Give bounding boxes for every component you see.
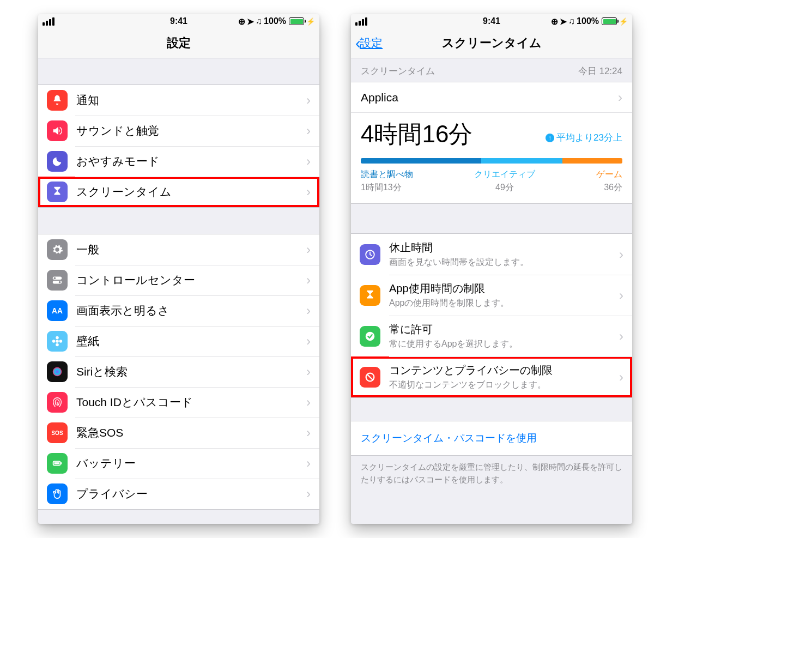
option-subtitle: 画面を見ない時間帯を設定します。 xyxy=(389,257,619,268)
bell-icon xyxy=(47,90,68,111)
option-title: App使用時間の制限 xyxy=(389,281,619,296)
chevron-right-icon: › xyxy=(306,456,311,471)
signal-icon xyxy=(43,17,54,26)
option-subtitle: Appの使用時間を制限します。 xyxy=(389,298,619,309)
option-subtitle: 不適切なコンテンツをブロックします。 xyxy=(389,379,619,391)
battery-pct: 100% xyxy=(264,16,286,26)
option-title: 常に許可 xyxy=(389,322,619,337)
settings-row-aa[interactable]: 画面表示と明るさ › xyxy=(38,295,319,326)
finger-icon xyxy=(47,392,68,413)
compare-label: ↑ 平均より23分上 xyxy=(546,131,622,144)
section-timestamp: 今日 12:24 xyxy=(578,65,622,77)
row-label: バッテリー xyxy=(76,456,306,471)
settings-row-flower[interactable]: 壁紙 › xyxy=(38,326,319,356)
chevron-right-icon: › xyxy=(306,486,311,501)
battery-icon xyxy=(602,17,617,25)
option-check[interactable]: 常に許可 常に使用するAppを選択します。 › xyxy=(351,316,632,356)
status-bar: 9:41 ⊕ ➤ ♫ 100% ⚡ xyxy=(351,14,632,28)
option-title: 休止時間 xyxy=(389,240,619,255)
settings-row-moon[interactable]: おやすみモード › xyxy=(38,146,319,177)
sos-icon xyxy=(47,422,68,443)
chevron-right-icon: › xyxy=(306,425,311,440)
nav-bar: ‹ 設定 スクリーンタイム xyxy=(351,28,632,58)
chevron-right-icon: › xyxy=(306,303,311,318)
settings-row-hourglass[interactable]: スクリーンタイム › xyxy=(38,177,319,207)
batt-icon xyxy=(47,453,68,474)
settings-row-switches[interactable]: コントロールセンター › xyxy=(38,265,319,295)
row-label: 緊急SOS xyxy=(76,425,306,440)
settings-row-bell[interactable]: 通知 › xyxy=(38,85,319,116)
speaker-icon xyxy=(47,120,68,141)
row-label: サウンドと触覚 xyxy=(76,123,306,138)
status-time: 9:41 xyxy=(170,16,187,26)
hourglass-icon xyxy=(360,285,380,306)
row-label: 画面表示と明るさ xyxy=(76,303,306,318)
status-time: 9:41 xyxy=(483,16,500,26)
category-name: ゲーム xyxy=(596,169,622,180)
row-label: おやすみモード xyxy=(76,154,306,169)
clock-icon xyxy=(360,244,380,265)
moon-icon xyxy=(47,151,68,172)
chevron-right-icon: › xyxy=(619,329,623,344)
headphones-icon: ♫ xyxy=(256,16,262,26)
battery-pct: 100% xyxy=(577,16,599,26)
chevron-right-icon: › xyxy=(306,364,311,379)
category-time: 1時間13分 xyxy=(361,182,413,194)
switches-icon xyxy=(47,270,68,291)
option-clock[interactable]: 休止時間 画面を見ない時間帯を設定します。 › xyxy=(351,234,632,275)
settings-row-sos[interactable]: 緊急SOS › xyxy=(38,418,319,448)
signal-icon xyxy=(355,17,367,26)
passcode-link[interactable]: スクリーンタイム・パスコードを使用 xyxy=(351,421,632,456)
check-icon xyxy=(360,326,380,347)
row-label: Touch IDとパスコード xyxy=(76,395,306,410)
chevron-right-icon: › xyxy=(306,154,311,169)
section-label: スクリーンタイム xyxy=(361,65,435,77)
option-title: コンテンツとプライバシーの制限 xyxy=(389,363,619,378)
chevron-right-icon: › xyxy=(306,334,311,349)
nav-bar: 設定 xyxy=(38,28,319,58)
alarm-icon: ⊕ xyxy=(238,16,245,27)
row-label: Siriと検索 xyxy=(76,364,306,379)
chevron-right-icon: › xyxy=(306,123,311,138)
chevron-right-icon: › xyxy=(619,288,623,303)
category-name: 読書と調べ物 xyxy=(361,169,413,180)
settings-row-batt[interactable]: バッテリー › xyxy=(38,448,319,479)
option-subtitle: 常に使用するAppを選択します。 xyxy=(389,338,619,350)
charging-icon: ⚡ xyxy=(306,17,315,26)
page-title: 設定 xyxy=(167,35,191,51)
row-label: 一般 xyxy=(76,242,306,257)
chevron-right-icon: › xyxy=(619,370,623,385)
chevron-right-icon: › xyxy=(618,90,622,105)
aa-icon xyxy=(47,300,68,321)
row-label: コントロールセンター xyxy=(76,273,306,288)
flower-icon xyxy=(47,331,68,352)
arrow-up-icon: ↑ xyxy=(546,134,554,142)
settings-row-speaker[interactable]: サウンドと触覚 › xyxy=(38,116,319,146)
alarm-icon: ⊕ xyxy=(551,16,558,27)
nosign-icon xyxy=(360,367,380,388)
headphones-icon: ♫ xyxy=(568,16,575,26)
usage-bar xyxy=(361,158,622,164)
gear-icon xyxy=(47,239,68,260)
app-summary-row[interactable]: Applica › xyxy=(351,82,632,113)
battery-icon xyxy=(289,17,304,25)
settings-row-finger[interactable]: Touch IDとパスコード › xyxy=(38,387,319,418)
chevron-right-icon: › xyxy=(306,395,311,410)
category-time: 36分 xyxy=(596,182,622,194)
chevron-right-icon: › xyxy=(619,247,623,262)
back-button[interactable]: ‹ 設定 xyxy=(355,34,383,52)
chevron-right-icon: › xyxy=(306,93,311,108)
chevron-right-icon: › xyxy=(306,184,311,200)
row-label: 壁紙 xyxy=(76,334,306,349)
option-nosign[interactable]: コンテンツとプライバシーの制限 不適切なコンテンツをブロックします。 › xyxy=(351,356,632,397)
settings-row-hand[interactable]: プライバシー › xyxy=(38,479,319,509)
row-label: 通知 xyxy=(76,93,306,108)
settings-row-gear[interactable]: 一般 › xyxy=(38,234,319,265)
hand-icon xyxy=(47,483,68,504)
hourglass-icon xyxy=(47,182,68,202)
settings-row-siri[interactable]: Siriと検索 › xyxy=(38,356,319,387)
back-label: 設定 xyxy=(360,35,383,51)
category-name: クリエイティブ xyxy=(474,169,535,180)
chevron-right-icon: › xyxy=(306,242,311,257)
option-hourglass[interactable]: App使用時間の制限 Appの使用時間を制限します。 › xyxy=(351,275,632,316)
